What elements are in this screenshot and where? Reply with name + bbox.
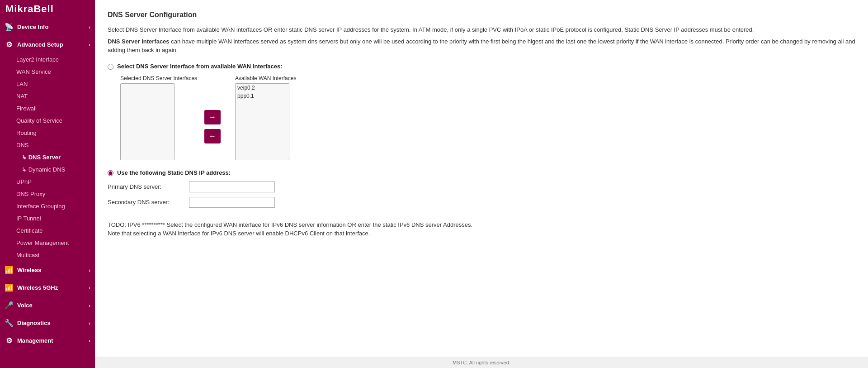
sidebar-item-voice[interactable]: 🎤 Voice › xyxy=(0,296,95,314)
voice-icon: 🎤 xyxy=(5,301,14,310)
chevron-right-icon: › xyxy=(89,42,90,48)
description-2-rest: can have multiple WAN interfaces served … xyxy=(108,38,855,54)
remove-interface-button[interactable]: ← xyxy=(204,129,221,143)
chevron-right-icon: › xyxy=(89,338,90,344)
available-interfaces-col: Available WAN Interfaces veip0.2 ppp0.1 xyxy=(235,75,296,160)
radio-row-wan: Select DNS Server Interface from availab… xyxy=(108,63,855,70)
sidebar-item-label: Management xyxy=(17,337,53,344)
sidebar-item-routing[interactable]: Routing xyxy=(0,127,95,139)
primary-dns-input[interactable] xyxy=(189,182,275,192)
todo-text-line2: Note that selecting a WAN interface for … xyxy=(108,229,855,238)
secondary-dns-input[interactable] xyxy=(189,197,275,208)
radio-wan-label: Select DNS Server Interface from availab… xyxy=(117,63,283,70)
sidebar-item-wireless-5ghz[interactable]: 📶 Wireless 5GHz › xyxy=(0,279,95,296)
sidebar-item-upnp[interactable]: UPnP xyxy=(0,176,95,188)
sidebar-item-management[interactable]: ⚙ Management › xyxy=(0,332,95,349)
sidebar-item-dynamic-dns[interactable]: ↳ Dynamic DNS xyxy=(0,163,95,176)
sidebar-item-device-info[interactable]: 📡 Device Info › xyxy=(0,18,95,36)
footer: MSTC. All rights reserved. xyxy=(95,357,868,368)
chevron-right-icon: › xyxy=(89,320,90,326)
sidebar-item-label: Advanced Setup xyxy=(17,41,63,48)
advanced-setup-icon: ⚙ xyxy=(5,40,14,49)
radio-row-static: Use the following Static DNS IP address: xyxy=(108,169,855,176)
description-2: DNS Server Interfaces can have multiple … xyxy=(108,37,855,55)
description-1: Select DNS Server Interface from availab… xyxy=(108,25,855,34)
sidebar-item-power-management[interactable]: Power Management xyxy=(0,237,95,249)
sidebar-item-nat[interactable]: NAT xyxy=(0,90,95,102)
sidebar-item-certificate[interactable]: Certificate xyxy=(0,225,95,237)
sidebar-item-label: Voice xyxy=(17,302,33,309)
radio-wan[interactable] xyxy=(108,64,113,70)
main-content: DNS Server Configuration Select DNS Serv… xyxy=(95,0,868,368)
secondary-dns-row: Secondary DNS server: xyxy=(108,197,855,208)
logo: MikraBell xyxy=(5,3,54,15)
diagnostics-icon: 🔧 xyxy=(5,319,14,327)
sidebar-item-wan-service[interactable]: WAN Service xyxy=(0,66,95,78)
wireless-5ghz-icon: 📶 xyxy=(5,283,14,292)
sidebar-item-qos[interactable]: Quality of Service xyxy=(0,115,95,127)
device-info-icon: 📡 xyxy=(5,23,14,31)
sidebar-item-diagnostics[interactable]: 🔧 Diagnostics › xyxy=(0,314,95,332)
sidebar-item-interface-grouping[interactable]: Interface Grouping xyxy=(0,200,95,212)
available-option-ppp[interactable]: ppp0.1 xyxy=(236,92,289,100)
sidebar-item-label: Device Info xyxy=(17,24,48,30)
sidebar-item-label: Wireless 5GHz xyxy=(17,284,58,291)
interface-selector: Selected DNS Server Interfaces → ← Avail… xyxy=(120,75,855,160)
chevron-right-icon: › xyxy=(89,24,90,30)
available-interfaces-listbox[interactable]: veip0.2 ppp0.1 xyxy=(235,83,289,160)
sidebar-item-dns[interactable]: DNS xyxy=(0,139,95,151)
sidebar-item-wireless[interactable]: 📶 Wireless › xyxy=(0,261,95,279)
footer-text: MSTC. All rights reserved. xyxy=(453,360,510,365)
sidebar-item-advanced-setup[interactable]: ⚙ Advanced Setup › xyxy=(0,36,95,53)
selected-interfaces-col: Selected DNS Server Interfaces xyxy=(120,75,197,160)
sidebar-item-multicast[interactable]: Multicast xyxy=(0,249,95,261)
todo-section: TODO: IPV6 ********** Select the configu… xyxy=(108,220,855,238)
logo-area: MikraBell xyxy=(0,0,95,18)
sidebar: MikraBell 📡 Device Info › ⚙ Advanced Set… xyxy=(0,0,95,368)
page-title: DNS Server Configuration xyxy=(108,11,855,19)
static-dns-section: Use the following Static DNS IP address:… xyxy=(108,169,855,208)
sidebar-item-ip-tunnel[interactable]: IP Tunnel xyxy=(0,212,95,225)
primary-dns-label: Primary DNS server: xyxy=(108,183,189,190)
chevron-right-icon: › xyxy=(89,285,90,291)
secondary-dns-label: Secondary DNS server: xyxy=(108,199,189,206)
radio-section-wan: Select DNS Server Interface from availab… xyxy=(108,63,855,160)
management-icon: ⚙ xyxy=(5,336,14,345)
add-interface-button[interactable]: → xyxy=(204,110,221,124)
sidebar-item-label: Diagnostics xyxy=(17,320,51,326)
content-area: DNS Server Configuration Select DNS Serv… xyxy=(95,0,868,357)
available-label: Available WAN Interfaces xyxy=(235,75,296,81)
interface-arrows: → ← xyxy=(204,110,221,143)
primary-dns-row: Primary DNS server: xyxy=(108,182,855,192)
todo-text-line1: TODO: IPV6 ********** Select the configu… xyxy=(108,220,855,229)
sidebar-item-dns-proxy[interactable]: DNS Proxy xyxy=(0,188,95,200)
radio-static[interactable] xyxy=(108,170,113,176)
chevron-right-icon: › xyxy=(89,268,90,273)
radio-static-label: Use the following Static DNS IP address: xyxy=(117,169,231,176)
selected-label: Selected DNS Server Interfaces xyxy=(120,75,197,81)
sidebar-item-label: Wireless xyxy=(17,267,41,273)
sidebar-item-dns-server[interactable]: ↳ DNS Server xyxy=(0,151,95,163)
dns-interfaces-label: DNS Server Interfaces xyxy=(108,38,170,45)
sidebar-item-layer2[interactable]: Layer2 Interface xyxy=(0,53,95,66)
sidebar-item-firewall[interactable]: Firewall xyxy=(0,102,95,115)
wireless-icon: 📶 xyxy=(5,266,14,274)
selected-interfaces-listbox[interactable] xyxy=(120,83,175,160)
sidebar-item-lan[interactable]: LAN xyxy=(0,78,95,90)
chevron-right-icon: › xyxy=(89,303,90,308)
available-option-veip[interactable]: veip0.2 xyxy=(236,84,289,92)
